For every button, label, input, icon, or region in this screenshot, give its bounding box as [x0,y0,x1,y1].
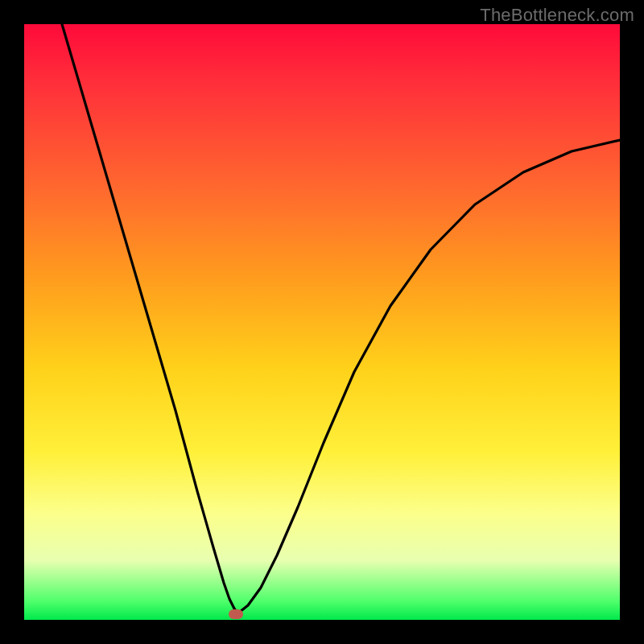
plot-area [24,24,620,620]
chart-stage: TheBottleneck.com [0,0,644,644]
curve-path [62,24,620,612]
bottleneck-curve [24,24,620,620]
watermark-text: TheBottleneck.com [480,5,634,26]
vertex-marker [229,609,243,619]
